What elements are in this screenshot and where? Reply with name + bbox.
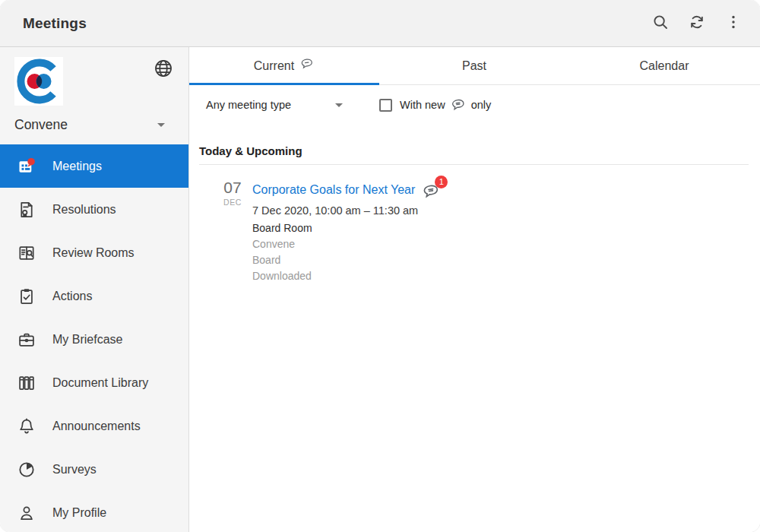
meeting-title-link[interactable]: Corporate Goals for Next Year (252, 183, 415, 197)
chat-bubble-icon[interactable]: 1 (421, 181, 441, 201)
meeting-date-month: DEC (217, 198, 248, 207)
meeting-datetime: 7 Dec 2020, 10:00 am – 11:30 am (252, 204, 441, 217)
section-divider (199, 164, 749, 165)
main-content: Current Past Calendar A (189, 47, 760, 532)
sidebar-item-my-briefcase[interactable]: My Briefcase (0, 318, 188, 361)
chevron-down-icon (157, 123, 165, 127)
meeting-type-select[interactable]: Any meeting type (206, 99, 343, 111)
sidebar-item-actions[interactable]: Actions (0, 274, 188, 318)
chevron-down-icon (335, 103, 343, 107)
organization-selector[interactable]: Convene (14, 117, 173, 133)
with-new-checkbox[interactable] (379, 99, 392, 112)
globe-icon (153, 70, 174, 81)
tab-bar: Current Past Calendar (189, 47, 760, 85)
sidebar: Convene (0, 47, 189, 532)
calendar-chat-icon (17, 157, 36, 176)
chat-bubble-icon (299, 56, 315, 71)
briefcase-icon (17, 330, 36, 350)
sidebar-item-label: Meetings (52, 160, 102, 173)
sidebar-item-label: Resolutions (52, 203, 116, 217)
filter-row: Any meeting type With new only (189, 85, 760, 125)
meeting-organization: Convene (252, 236, 441, 252)
sidebar-item-label: Document Library (52, 376, 148, 390)
meeting-group: Board (252, 252, 441, 268)
search-icon (651, 13, 670, 33)
tab-current-label: Current (254, 59, 294, 73)
sync-icon (688, 13, 706, 33)
sidebar-header: Convene (0, 47, 188, 144)
section-title: Today & Upcoming (199, 144, 749, 157)
clipboard-check-icon (17, 287, 36, 306)
sync-button[interactable] (684, 11, 710, 36)
organization-name: Convene (14, 117, 68, 133)
more-menu-button[interactable] (720, 11, 746, 36)
page-title: Meetings (23, 15, 87, 32)
tab-past[interactable]: Past (379, 47, 569, 84)
tab-calendar[interactable]: Calendar (569, 47, 759, 84)
binders-icon (17, 373, 36, 393)
tab-current[interactable]: Current (189, 47, 379, 84)
pie-chart-icon (17, 460, 36, 480)
sidebar-item-label: My Briefcase (52, 333, 122, 347)
sidebar-item-document-library[interactable]: Document Library (0, 361, 188, 404)
sidebar-item-resolutions[interactable]: Resolutions (0, 188, 188, 231)
app-window: Meetings (0, 0, 760, 532)
meeting-list-item[interactable]: 07 DEC Corporate Goals for Next Year (199, 179, 749, 284)
topbar-actions (648, 11, 746, 36)
language-button[interactable] (152, 58, 175, 81)
meeting-date: 07 DEC (217, 179, 248, 284)
meeting-location: Board Room (252, 222, 441, 234)
search-button[interactable] (648, 11, 673, 36)
convene-logo (14, 57, 63, 106)
meeting-type-value: Any meeting type (206, 99, 291, 111)
sidebar-item-label: Announcements (52, 420, 141, 433)
meeting-details: Corporate Goals for Next Year 1 7 Dec 20… (252, 179, 441, 284)
top-app-bar: Meetings (0, 0, 760, 47)
sidebar-item-my-profile[interactable]: My Profile (0, 491, 188, 532)
sidebar-item-label: Actions (52, 290, 92, 303)
person-icon (17, 503, 36, 523)
sidebar-item-label: Surveys (52, 463, 97, 477)
meeting-list: Today & Upcoming 07 DEC Corporate Goals … (189, 125, 760, 284)
tab-past-label: Past (462, 59, 486, 73)
tab-calendar-label: Calendar (640, 59, 689, 73)
more-vertical-icon (724, 13, 743, 33)
sidebar-item-label: My Profile (52, 506, 106, 520)
sidebar-item-announcements[interactable]: Announcements (0, 404, 188, 448)
meeting-date-day: 07 (217, 179, 248, 196)
with-new-label-suffix: only (471, 99, 492, 111)
sidebar-nav: Meetings Resolutions (0, 144, 188, 532)
sidebar-item-review-rooms[interactable]: Review Rooms (0, 231, 188, 274)
with-new-filter[interactable]: With new only (379, 97, 491, 113)
document-magnifier-icon (17, 243, 36, 263)
sidebar-item-label: Review Rooms (52, 246, 135, 260)
new-annotations-badge: 1 (435, 176, 448, 188)
bell-icon (17, 416, 36, 436)
meeting-status: Downloaded (252, 268, 441, 284)
chat-bubble-icon (450, 97, 467, 113)
sidebar-item-meetings[interactable]: Meetings (0, 144, 188, 188)
with-new-label-prefix: With new (400, 99, 445, 111)
sidebar-item-surveys[interactable]: Surveys (0, 448, 188, 491)
document-seal-icon (17, 200, 36, 220)
